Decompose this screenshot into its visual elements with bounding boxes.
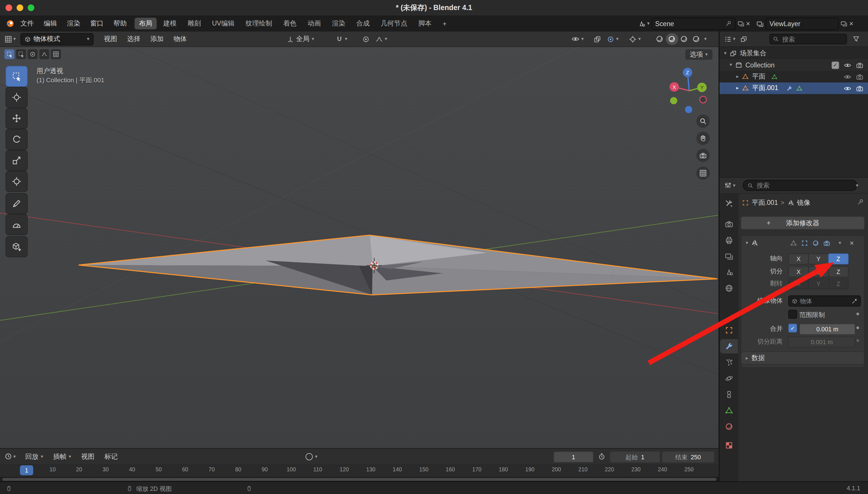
outliner-row-scene-collection[interactable]: ▾ 场景集合: [720, 48, 868, 59]
viewlayer-unlink-icon[interactable]: ×: [849, 19, 853, 27]
menu-select[interactable]: 选择: [122, 34, 145, 45]
viewlayer-new-icon[interactable]: [841, 20, 848, 27]
orientation-dropdown[interactable]: 全局 ▾: [287, 34, 314, 44]
pin-icon[interactable]: [725, 20, 732, 27]
expander-icon[interactable]: ▸: [736, 86, 739, 91]
modifier-realtime-toggle[interactable]: [812, 239, 819, 246]
menu-help[interactable]: 帮助: [109, 18, 132, 29]
flip-z-button[interactable]: Z: [828, 278, 849, 289]
outliner-row-plane[interactable]: ▸ 平面: [720, 71, 868, 83]
tab-output-properties[interactable]: [720, 233, 738, 247]
viewlayer-name-field[interactable]: ViewLayer: [765, 18, 839, 30]
clipping-checkbox[interactable]: [788, 310, 797, 319]
tab-data-properties[interactable]: [720, 403, 738, 418]
timeline-editor-type-button[interactable]: ▾: [4, 453, 16, 460]
gizmos-dropdown[interactable]: ▾: [629, 35, 641, 43]
shading-solid-toggle[interactable]: [668, 35, 676, 43]
tab-modeling[interactable]: 建模: [159, 18, 181, 29]
outliner-row-plane001[interactable]: ▸ 平面.001: [720, 82, 868, 94]
tab-render-properties[interactable]: [720, 217, 738, 231]
modifier-badge-icon[interactable]: [786, 85, 793, 92]
eye-icon[interactable]: [844, 61, 851, 69]
bisect-z-button[interactable]: Z: [828, 266, 849, 278]
cursor-tool[interactable]: [5, 87, 27, 108]
menu-window[interactable]: 窗口: [85, 18, 109, 29]
add-modifier-button[interactable]: + 添加修改器: [741, 216, 865, 229]
decorator-dot[interactable]: [856, 339, 859, 342]
playback-menu[interactable]: 回放▾: [20, 451, 48, 462]
tab-world-properties[interactable]: [720, 281, 738, 296]
properties-search-input[interactable]: [756, 182, 852, 189]
flip-y-button[interactable]: Y: [808, 278, 829, 289]
tab-animation[interactable]: 动画: [303, 18, 325, 29]
select-mode-box-button[interactable]: [16, 49, 26, 59]
select-mode-paint-button[interactable]: [51, 49, 61, 59]
bisect-distance-field[interactable]: 0.001 m: [788, 337, 855, 348]
tab-shading[interactable]: 着色: [279, 18, 301, 29]
eye-icon[interactable]: [844, 84, 851, 92]
menu-render[interactable]: 渲染: [62, 18, 85, 29]
move-tool[interactable]: [5, 108, 27, 129]
tab-compositing[interactable]: 合成: [352, 18, 374, 29]
transform-tool[interactable]: [5, 171, 27, 192]
pin-id-icon[interactable]: [857, 198, 864, 206]
menu-object[interactable]: 物体: [168, 34, 192, 45]
zoom-view-button[interactable]: [696, 114, 709, 128]
select-mode-circle-button[interactable]: [27, 49, 38, 59]
properties-editor-type-button[interactable]: ▾: [724, 182, 736, 189]
outliner-search-input[interactable]: [781, 35, 844, 43]
visibility-dropdown[interactable]: ▾: [571, 35, 584, 43]
chevron-down-icon[interactable]: ▾: [704, 36, 707, 41]
mode-dropdown[interactable]: 物体模式 ▾: [20, 33, 93, 45]
frame-end-field[interactable]: 结束250: [662, 452, 714, 463]
proportional-falloff-dropdown[interactable]: ▾: [375, 35, 388, 43]
timeline-ruler[interactable]: 1020304050607080901001101201301401501601…: [0, 464, 718, 477]
shading-material-toggle[interactable]: [680, 35, 688, 43]
data-subpanel-header[interactable]: ▸ 数据: [741, 352, 865, 365]
modifier-oncage-toggle[interactable]: [790, 239, 797, 246]
select-mode-tweak-button[interactable]: [4, 49, 14, 59]
outliner-filter-icon[interactable]: [852, 35, 860, 42]
camera-icon[interactable]: [856, 84, 864, 92]
viewlayer-browse-icon[interactable]: [756, 19, 764, 27]
collection-exclude-checkbox[interactable]: ✓: [832, 61, 839, 69]
annotate-tool[interactable]: [5, 193, 27, 214]
tab-modifier-properties[interactable]: [720, 339, 738, 354]
ortho-toggle-button[interactable]: [696, 166, 709, 179]
axis-z-button[interactable]: Z: [828, 253, 849, 265]
editor-type-button[interactable]: ▾: [4, 35, 16, 43]
scene-unlink-icon[interactable]: ×: [746, 19, 750, 27]
tab-viewlayer-properties[interactable]: [720, 249, 738, 263]
outliner-editor-type-button[interactable]: ▾: [724, 35, 736, 43]
shading-rendered-toggle[interactable]: [692, 35, 700, 43]
frame-start-field[interactable]: 起始1: [610, 452, 660, 463]
axis-y-button[interactable]: Y: [808, 253, 829, 265]
expander-icon[interactable]: ▾: [724, 51, 727, 56]
current-frame-marker[interactable]: 1: [20, 465, 33, 475]
select-box-tool[interactable]: [5, 66, 27, 87]
bisect-x-button[interactable]: X: [788, 266, 809, 278]
outliner-display-mode-button[interactable]: [740, 35, 747, 42]
modifier-render-toggle[interactable]: [823, 239, 830, 246]
menu-view[interactable]: 视图: [99, 34, 122, 45]
menu-edit[interactable]: 编辑: [39, 18, 62, 29]
chevron-down-icon[interactable]: ▾: [856, 183, 858, 188]
camera-icon[interactable]: [856, 61, 864, 69]
breadcrumb-modifier[interactable]: 镜像: [797, 198, 810, 207]
outliner-search-field[interactable]: [770, 34, 847, 44]
shading-wireframe-toggle[interactable]: [655, 35, 664, 43]
menu-file[interactable]: 文件: [16, 18, 39, 29]
merge-checkbox[interactable]: ✓: [788, 324, 797, 332]
tab-constraints-properties[interactable]: [720, 387, 738, 402]
modifier-close-button[interactable]: ×: [850, 239, 854, 247]
camera-view-button[interactable]: [696, 149, 709, 162]
keying-menu[interactable]: 插帧▾: [48, 451, 76, 462]
properties-search-field[interactable]: [743, 180, 857, 191]
chevron-down-icon[interactable]: ▾: [647, 21, 650, 26]
chevron-down-icon[interactable]: ▾: [746, 241, 748, 245]
merge-threshold-field[interactable]: 0.001 m: [799, 324, 855, 335]
pan-view-button[interactable]: [696, 132, 709, 145]
breadcrumb-object[interactable]: 平面.001: [752, 198, 778, 207]
expander-icon[interactable]: ▸: [736, 74, 739, 79]
tab-physics-properties[interactable]: [720, 371, 738, 385]
